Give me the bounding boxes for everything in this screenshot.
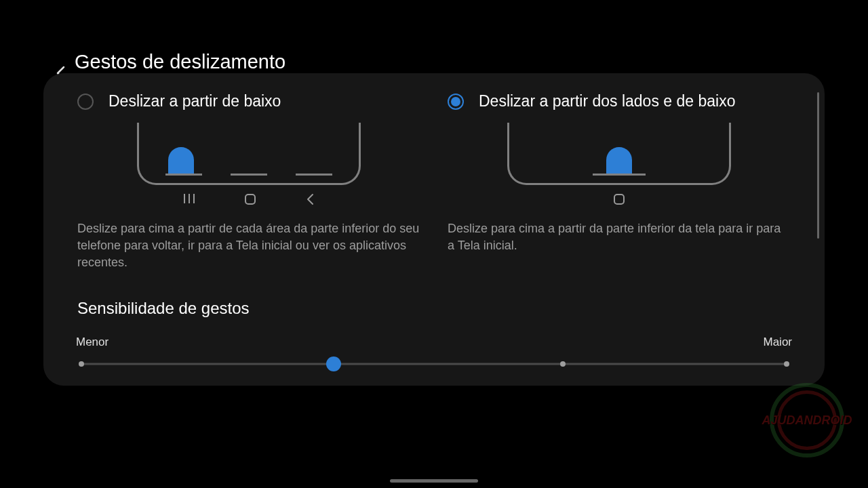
option-label: Deslizar a partir de baixo [108, 92, 281, 110]
phone-illustration-bottom [137, 123, 361, 185]
nav-handle[interactable] [390, 479, 478, 483]
svg-rect-3 [245, 195, 255, 204]
slider-max-label: Maior [763, 336, 792, 349]
option-description: Deslize para cima a partir de cada área … [77, 220, 420, 272]
sensitivity-title: Sensibilidade de gestos [77, 299, 792, 318]
sensitivity-slider[interactable] [76, 356, 792, 372]
page-title: Gestos de deslizamento [75, 51, 825, 73]
home-icon [244, 193, 256, 205]
option-label: Deslizar a partir dos lados e de baixo [479, 92, 735, 110]
svg-rect-1 [189, 194, 190, 203]
settings-panel: Deslizar a partir de baixo Deslize para … [43, 73, 825, 386]
svg-rect-2 [193, 194, 195, 203]
slider-min-label: Menor [76, 336, 108, 349]
svg-rect-4 [614, 195, 624, 204]
option-swipe-from-bottom[interactable]: Deslizar a partir de baixo Deslize para … [64, 92, 434, 272]
recents-icon [183, 193, 195, 204]
scrollbar[interactable] [817, 92, 819, 239]
sensitivity-section: Sensibilidade de gestos Menor Maior [64, 299, 804, 372]
watermark: AJUDANDROID [766, 380, 848, 461]
radio-swipe-from-bottom[interactable] [77, 94, 94, 110]
option-description: Deslize para cima a partir da parte infe… [448, 220, 791, 254]
back-nav-icon [305, 193, 315, 205]
svg-rect-0 [184, 194, 185, 203]
option-swipe-from-sides-bottom[interactable]: Deslizar a partir dos lados e de baixo D… [434, 92, 804, 272]
phone-illustration-sides [507, 123, 731, 185]
home-icon [613, 193, 625, 205]
radio-swipe-from-sides-bottom[interactable] [448, 94, 464, 110]
slider-thumb[interactable] [326, 357, 341, 371]
